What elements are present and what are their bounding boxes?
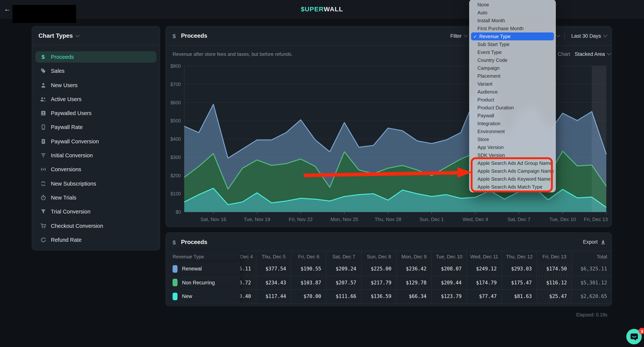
sidebar-item-paywalled-users[interactable]: Paywalled Users <box>36 108 156 119</box>
sidebar-item-paywall-conversion[interactable]: Paywall Conversion <box>36 136 156 147</box>
col-header: Tue, Dec 10 <box>432 251 466 262</box>
svg-text:$0: $0 <box>176 209 181 215</box>
value-cell: $25.47 <box>536 290 572 303</box>
menu-item-integration[interactable]: Integration <box>469 120 556 128</box>
download-icon <box>601 239 606 244</box>
sidebar-item-new-subscriptions[interactable]: New Subscriptions <box>36 178 156 189</box>
proceeds-table-card: $Proceeds Export Revenue TypeWed, Dec 4T… <box>166 232 612 306</box>
value-cell: $293.03 <box>502 262 536 275</box>
menu-item-first-purchase-month[interactable]: First Purchase Month <box>469 25 556 33</box>
sidebar-item-initial-conversion[interactable]: Initial Conversion <box>36 150 156 161</box>
value-cell: $243.72 <box>240 276 256 289</box>
menu-item-none[interactable]: None <box>469 1 556 9</box>
export-button[interactable]: Export <box>583 233 606 251</box>
menu-item-auto[interactable]: Auto <box>469 9 556 17</box>
sidebar-item-proceeds[interactable]: $Proceeds <box>36 51 156 63</box>
menu-item-placement[interactable]: Placement <box>469 72 556 80</box>
sidebar-item-new-users[interactable]: New Users <box>36 79 156 91</box>
value-cell: $174.50 <box>536 262 572 275</box>
checkmark-icon: ✓ <box>473 34 478 39</box>
sidebar-item-checkout-conversion[interactable]: Checkout Conversion <box>36 220 156 231</box>
sidebar-item-label: Refund Rate <box>51 237 82 243</box>
value-cell: $123.79 <box>432 290 466 303</box>
col-header: Mon, Dec 9 <box>396 251 431 262</box>
sidebar-item-new-trials[interactable]: New Trials <box>36 192 156 203</box>
value-cell: $217.79 <box>361 276 396 289</box>
sidebar-item-conversions[interactable]: Conversions <box>36 164 156 175</box>
total-cell: $2,620.65 <box>572 290 612 303</box>
sidebar-item-label: New Trials <box>51 195 76 201</box>
value-cell: $234.43 <box>256 276 291 289</box>
svg-text:$300: $300 <box>170 155 181 160</box>
sidebar-item-refund-rate[interactable]: Refund Rate <box>36 234 156 245</box>
menu-item-audience[interactable]: Audience <box>469 88 556 96</box>
svg-text:Thu, Nov 28: Thu, Nov 28 <box>375 216 402 222</box>
svg-text:$400: $400 <box>170 136 181 142</box>
menu-item-event-type[interactable]: Event Type <box>469 48 556 56</box>
menu-item-country-code[interactable]: Country Code <box>469 56 556 64</box>
svg-text:Mon, Nov 25: Mon, Nov 25 <box>330 216 358 222</box>
table-row-non-recurring: Non Recurring$243.72$234.43$103.87$207.5… <box>166 276 612 290</box>
value-cell: $209.44 <box>432 276 466 289</box>
menu-item-sub-start-type[interactable]: Sub Start Type <box>469 40 556 48</box>
value-cell: $209.24 <box>326 262 361 275</box>
table-row-renewal: Renewal$305.11$377.54$190.55$209.24$225.… <box>166 262 612 276</box>
sidebar-item-paywall-rate[interactable]: Paywall Rate <box>36 122 156 133</box>
svg-text:Tue, Nov 19: Tue, Nov 19 <box>244 216 270 222</box>
svg-text:Sat, Nov 16: Sat, Nov 16 <box>201 216 226 222</box>
redacted-app-name <box>12 5 76 23</box>
chart-types-panel: Chart Types $ProceedsSalesNew UsersActiv… <box>32 26 160 250</box>
menu-item-environment[interactable]: Environment <box>469 128 556 135</box>
sidebar-item-label: Initial Conversion <box>51 152 93 158</box>
menu-item-store[interactable]: Store <box>469 135 556 143</box>
sidebar-item-sales[interactable]: Sales <box>36 66 156 77</box>
timer-icon <box>40 194 46 201</box>
chevron-down-icon <box>76 33 80 37</box>
value-cell: $111.66 <box>326 290 361 303</box>
menu-item-install-month[interactable]: Install Month <box>469 17 556 25</box>
table-card-title: $Proceeds <box>172 233 207 252</box>
value-cell: $249.12 <box>466 262 502 275</box>
svg-text:Tue, Dec 10: Tue, Dec 10 <box>550 216 576 222</box>
legend-chip <box>172 293 178 300</box>
sidebar-item-label: Paywalled Users <box>51 110 92 116</box>
total-cell: $6,325.11 <box>572 262 612 275</box>
menu-item-paywall[interactable]: Paywall <box>469 112 556 120</box>
sidebar-item-label: Paywall Conversion <box>51 138 99 144</box>
svg-text:Fri, Nov 22: Fri, Nov 22 <box>289 216 312 222</box>
sidebar-item-trial-conversion[interactable]: Trial Conversion <box>36 206 156 217</box>
col-header: Wed, Dec 4 <box>240 251 256 262</box>
table-row-new: New$380.40$117.44$70.00$111.66$136.59$66… <box>166 290 612 303</box>
chart-types-header[interactable]: Chart Types <box>38 27 79 45</box>
value-cell: $103.87 <box>291 276 326 289</box>
svg-text:Wed, Dec 4: Wed, Dec 4 <box>462 216 488 222</box>
value-cell: $208.07 <box>432 262 466 275</box>
menu-item-product[interactable]: Product <box>469 96 556 104</box>
menu-item-app-version[interactable]: App Version <box>469 143 556 151</box>
svg-text:$700: $700 <box>170 82 181 87</box>
funnel-icon <box>40 209 46 215</box>
people-icon <box>40 96 46 102</box>
menu-item-campaign[interactable]: Campaign <box>469 64 556 72</box>
elapsed-time: Elapsed: 0.19s <box>576 312 608 317</box>
menu-item-product-duration[interactable]: Product Duration <box>469 104 556 112</box>
sidebar-item-label: Active Users <box>51 96 82 102</box>
svg-text:$800: $800 <box>170 63 181 69</box>
col-header-total: Total <box>572 251 612 262</box>
value-cell: $117.44 <box>256 290 291 303</box>
menu-item-revenue-type[interactable]: ✓Revenue Type <box>471 33 554 40</box>
table-body: Renewal$305.11$377.54$190.55$209.24$225.… <box>166 262 612 303</box>
sidebar-item-active-users[interactable]: Active Users <box>36 94 156 105</box>
doc-icon <box>40 138 46 145</box>
legend-chip <box>172 265 178 273</box>
value-cell: $305.11 <box>240 262 256 275</box>
sidebar-list: $ProceedsSalesNew UsersActive UsersPaywa… <box>36 45 156 245</box>
value-cell: $236.42 <box>396 262 431 275</box>
sidebar-item-label: Sales <box>51 68 65 74</box>
menu-item-variant[interactable]: Variant <box>469 80 556 88</box>
chat-bubble-icon <box>630 332 638 341</box>
phone-icon <box>40 124 46 131</box>
sidebar-item-label: Proceeds <box>51 54 74 60</box>
value-cell: $66.34 <box>396 290 431 303</box>
value-cell: $81.63 <box>502 290 536 303</box>
